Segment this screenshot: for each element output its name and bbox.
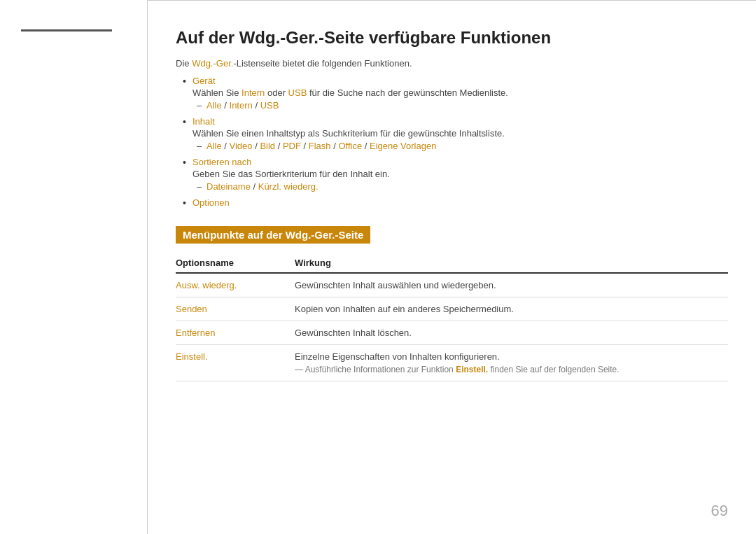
list-item-geraet: Gerät Wählen Sie Intern oder USB für die… (183, 76, 728, 111)
item-title-sortieren: Sortieren nach (192, 157, 252, 167)
table-row: Senden Kopien von Inhalten auf ein ander… (176, 297, 728, 321)
intern-link[interactable]: Intern (241, 87, 265, 98)
sub-item: Alle / Intern / USB (197, 100, 728, 111)
menu-table: Optionsname Wirkung Ausw. wiederg. Gewün… (176, 253, 728, 381)
intern-link-2[interactable]: Intern (230, 100, 253, 111)
list-item-inhalt: Inhalt Wählen Sie einen Inhaltstyp als S… (183, 116, 728, 151)
wdg-ger-link[interactable]: Wdg.-Ger. (192, 58, 233, 69)
item-desc-sortieren: Geben Sie das Sortierkriterium für den I… (192, 169, 728, 179)
item-title-inhalt: Inhalt (192, 116, 215, 127)
sub-item-sortieren: Dateiname / Kürzl. wiederg. (197, 181, 728, 192)
item-title-optionen: Optionen (192, 197, 230, 208)
item-desc-inhalt: Wählen Sie einen Inhaltstyp als Suchkrit… (192, 128, 728, 139)
sub-item-inhalt: Alle / Video / Bild / PDF / Flash / Offi… (197, 141, 728, 151)
content-area: Auf der Wdg.-Ger.-Seite verfügbare Funkt… (147, 0, 756, 534)
row-effect-einstell: Einzelne Eigenschaften von Inhalten konf… (295, 345, 728, 381)
table-row: Einstell. Einzelne Eigenschaften von Inh… (176, 345, 728, 381)
page-number: 69 (711, 502, 728, 520)
page-title: Auf der Wdg.-Ger.-Seite verfügbare Funkt… (176, 27, 728, 48)
intro-prefix: Die (176, 58, 192, 69)
row-effect-senden: Kopien von Inhalten auf ein anderes Spei… (295, 297, 728, 321)
pdf-link[interactable]: PDF (283, 141, 301, 151)
bild-link[interactable]: Bild (260, 141, 275, 151)
usb-link[interactable]: USB (288, 87, 307, 98)
col-header-optionsname: Optionsname (176, 253, 295, 273)
row-name-entfernen: Entfernen (176, 321, 295, 345)
left-sidebar (0, 0, 147, 534)
col-header-wirkung: Wirkung (295, 253, 728, 273)
row-name-einstell: Einstell. (176, 345, 295, 381)
flash-link[interactable]: Flash (309, 141, 331, 151)
einstell-effect-text: Einzelne Eigenschaften von Inhalten konf… (295, 351, 722, 362)
sub-list-sortieren: Dateiname / Kürzl. wiederg. (197, 181, 728, 192)
row-effect-entfernen: Gewünschten Inhalt löschen. (295, 321, 728, 345)
table-row: Ausw. wiederg. Gewünschten Inhalt auswäh… (176, 273, 728, 297)
sub-list-inhalt: Alle / Video / Bild / PDF / Flash / Offi… (197, 141, 728, 151)
alle-link-2[interactable]: Alle (206, 141, 222, 151)
feature-list: Gerät Wählen Sie Intern oder USB für die… (183, 76, 728, 208)
kuerzl-link[interactable]: Kürzl. wiederg. (258, 181, 318, 192)
eigene-vorlagen-link[interactable]: Eigene Vorlagen (370, 141, 436, 151)
row-name-ausw: Ausw. wiederg. (176, 273, 295, 297)
item-title-geraet: Gerät (192, 76, 216, 86)
item-desc-geraet: Wählen Sie Intern oder USB für die Suche… (192, 87, 728, 98)
sub-list-geraet: Alle / Intern / USB (197, 100, 728, 111)
intro-text: Die Wdg.-Ger.-Listenseite bietet die fol… (176, 58, 728, 69)
alle-link-1[interactable]: Alle (206, 100, 222, 111)
row-name-senden: Senden (176, 297, 295, 321)
list-item-sortieren: Sortieren nach Geben Sie das Sortierkrit… (183, 157, 728, 192)
video-link[interactable]: Video (230, 141, 253, 151)
page-container: Auf der Wdg.-Ger.-Seite verfügbare Funkt… (0, 0, 756, 534)
table-row: Entfernen Gewünschten Inhalt löschen. (176, 321, 728, 345)
top-line (148, 0, 756, 1)
sidebar-line (21, 29, 112, 31)
einstell-note: ― Ausführliche Informationen zur Funktio… (295, 365, 722, 374)
intro-suffix: -Listenseite bietet die folgenden Funkti… (233, 58, 412, 69)
office-link[interactable]: Office (338, 141, 362, 151)
table-header-row: Optionsname Wirkung (176, 253, 728, 273)
usb-link-2[interactable]: USB (260, 100, 279, 111)
list-item-optionen: Optionen (183, 197, 728, 208)
section-highlight: Menüpunkte auf der Wdg.-Ger.-Seite (176, 226, 370, 244)
einstell-note-link[interactable]: Einstell. (456, 365, 488, 374)
dateiname-link[interactable]: Dateiname (206, 181, 251, 192)
row-effect-ausw: Gewünschten Inhalt auswählen und wiederg… (295, 273, 728, 297)
